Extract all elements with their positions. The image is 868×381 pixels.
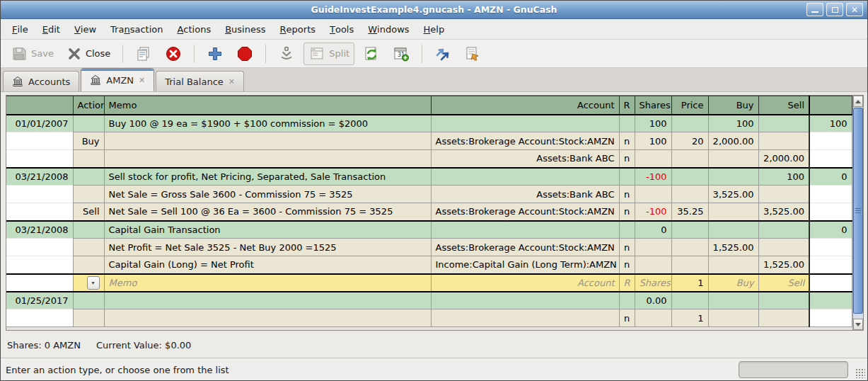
cell-price[interactable]: 20: [671, 132, 708, 150]
delete-button[interactable]: [161, 43, 186, 64]
tab-close-icon[interactable]: ✕: [139, 76, 145, 84]
cell-price[interactable]: [671, 239, 708, 256]
cell-memo[interactable]: [104, 292, 431, 309]
cell-date[interactable]: [6, 256, 73, 274]
scroll-up-button[interactable]: [853, 96, 863, 107]
scrollbar-thumb[interactable]: [853, 108, 863, 314]
scroll-down-button[interactable]: [853, 319, 863, 330]
cell-memo[interactable]: Buy 100 @ 19 ea = $1900 + $100 commissio…: [104, 115, 431, 132]
cell-balance[interactable]: [809, 132, 852, 150]
cell-buy[interactable]: [708, 292, 758, 309]
cell-shares[interactable]: 100: [635, 115, 671, 132]
cell-balance[interactable]: 0: [809, 168, 852, 186]
cell-action[interactable]: [73, 115, 104, 132]
cell-r[interactable]: n: [619, 186, 635, 203]
cell-price[interactable]: [671, 150, 708, 168]
cell-r[interactable]: [619, 221, 635, 239]
cell-r[interactable]: n: [619, 203, 635, 221]
cell-price[interactable]: 1: [671, 309, 708, 327]
cell-account[interactable]: Income:Capital Gain (Long Term):AMZN: [431, 256, 619, 274]
cell-price[interactable]: [671, 221, 708, 239]
cell-sell[interactable]: 3,525.00: [758, 203, 809, 221]
cell-action[interactable]: ▾: [73, 274, 104, 292]
cell-memo[interactable]: Net Sale = Sell 100 @ 36 Ea = 3600 - Com…: [104, 203, 431, 221]
cell-buy[interactable]: 100: [708, 115, 758, 132]
cell-r[interactable]: [619, 115, 635, 132]
cell-account[interactable]: Assets:Brokerage Account:Stock:AMZN: [431, 203, 619, 221]
cell-buy[interactable]: Buy: [708, 274, 758, 292]
jump-button[interactable]: [460, 43, 485, 64]
cancel-button[interactable]: [232, 43, 257, 64]
cell-sell[interactable]: [758, 292, 809, 309]
cell-buy[interactable]: 3,525.00: [708, 186, 758, 203]
cell-account[interactable]: [431, 292, 619, 309]
cell-account[interactable]: Assets:Bank ABC: [431, 150, 619, 168]
cell-r[interactable]: n: [619, 239, 635, 256]
menu-file[interactable]: File: [5, 19, 35, 39]
cell-date[interactable]: [6, 274, 73, 292]
cell-memo[interactable]: Sell stock for profit, Net Pricing, Sepa…: [104, 168, 431, 186]
cell-shares[interactable]: [635, 309, 671, 327]
cell-balance[interactable]: 100: [809, 115, 852, 132]
cell-date[interactable]: [6, 186, 73, 203]
cell-action[interactable]: [73, 292, 104, 309]
save-button[interactable]: Save: [6, 43, 58, 64]
cell-balance[interactable]: [809, 256, 852, 274]
cell-action[interactable]: Buy: [73, 132, 104, 150]
cell-balance[interactable]: [809, 274, 852, 292]
menu-transaction[interactable]: Transaction: [103, 19, 170, 39]
cell-r[interactable]: n: [619, 309, 635, 327]
cell-action[interactable]: [73, 186, 104, 203]
resize-grip[interactable]: [855, 368, 865, 378]
cell-price[interactable]: [671, 256, 708, 274]
cell-price[interactable]: [671, 292, 708, 309]
cell-r[interactable]: n: [619, 256, 635, 274]
cell-balance[interactable]: [809, 150, 852, 168]
cell-sell[interactable]: [758, 132, 809, 150]
cell-balance[interactable]: [809, 292, 852, 309]
cell-action[interactable]: [73, 221, 104, 239]
enter-button[interactable]: [202, 43, 228, 64]
cell-action[interactable]: Sell: [73, 203, 104, 221]
tab-amzn[interactable]: AMZN ✕: [81, 68, 154, 91]
cell-date[interactable]: [6, 309, 73, 327]
cell-action[interactable]: [73, 256, 104, 274]
cell-shares[interactable]: -100: [635, 203, 671, 221]
cell-account[interactable]: Assets:Brokerage Account:Stock:AMZN: [431, 239, 619, 256]
cell-sell[interactable]: [758, 186, 809, 203]
cell-shares[interactable]: [635, 150, 671, 168]
duplicate-button[interactable]: [131, 43, 156, 64]
exchange-button[interactable]: [430, 43, 456, 64]
action-combo-button[interactable]: ▾: [87, 276, 100, 290]
cell-sell[interactable]: 100: [758, 168, 809, 186]
cell-sell[interactable]: 2,000.00: [758, 150, 809, 168]
cell-price[interactable]: 1: [671, 274, 708, 292]
cell-sell[interactable]: [758, 115, 809, 132]
cell-action[interactable]: [73, 168, 104, 186]
cell-balance[interactable]: [809, 203, 852, 221]
cell-account[interactable]: [431, 309, 619, 327]
cell-account[interactable]: [431, 221, 619, 239]
close-window-button[interactable]: ✕: [846, 3, 863, 16]
cell-sell[interactable]: [758, 221, 809, 239]
cell-buy[interactable]: [708, 203, 758, 221]
menu-help[interactable]: Help: [417, 19, 452, 39]
cell-price[interactable]: [671, 115, 708, 132]
cell-account[interactable]: [431, 168, 619, 186]
cell-memo[interactable]: [104, 150, 431, 168]
menu-reports[interactable]: Reports: [273, 19, 323, 39]
cell-buy[interactable]: [708, 150, 758, 168]
menu-windows[interactable]: Windows: [361, 19, 416, 39]
cell-r[interactable]: n: [619, 132, 635, 150]
cell-shares[interactable]: -100: [635, 168, 671, 186]
maximize-button[interactable]: [826, 3, 843, 16]
cell-action[interactable]: [73, 309, 104, 327]
cell-r[interactable]: n: [619, 150, 635, 168]
cell-sell[interactable]: [758, 309, 809, 327]
cell-buy[interactable]: [708, 256, 758, 274]
cell-date[interactable]: [6, 132, 73, 150]
tab-close-icon[interactable]: ✕: [228, 78, 235, 86]
cell-balance[interactable]: [809, 309, 852, 327]
menu-business[interactable]: Business: [218, 19, 272, 39]
menu-tools[interactable]: Tools: [323, 19, 361, 39]
